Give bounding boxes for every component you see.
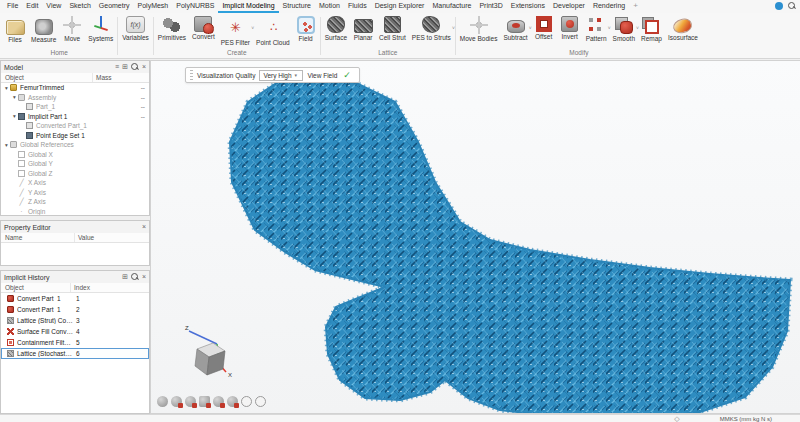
popout-icon[interactable]: ⊞ (122, 273, 128, 281)
ribbon-item-pattern[interactable]: ˅Pattern (583, 14, 610, 42)
ribbon-item-primitives[interactable]: Primitives (155, 14, 189, 41)
ribbon-item-variables[interactable]: f(x)Variables (119, 14, 152, 41)
column-index[interactable]: Index (71, 283, 149, 292)
history-row-convert-part-1[interactable]: Convert Part_11 (1, 293, 149, 304)
ribbon-item-move[interactable]: Move (59, 14, 85, 42)
tree-row-part-1[interactable]: Part_1-- (1, 102, 149, 112)
menu-tab-print3d[interactable]: Print3D (475, 0, 506, 13)
zoom-icon[interactable] (213, 396, 224, 407)
globe-icon[interactable] (241, 396, 252, 407)
tree-row-origin[interactable]: ·Origin (1, 207, 149, 216)
tree-row-y-axis[interactable]: ╱Y Axis (1, 188, 149, 198)
tree-row-femurtrimmed[interactable]: ▾FemurTrimmed-- (1, 83, 149, 93)
orbit-icon[interactable] (157, 396, 168, 407)
list-icon[interactable]: ≡ (115, 63, 119, 71)
tree-row-z-axis[interactable]: ╱Z Axis (1, 197, 149, 207)
close-icon[interactable]: × (142, 273, 146, 281)
ribbon-item-convert[interactable]: Convert (189, 14, 218, 40)
tree-row-assembly[interactable]: ▾Assembly-- (1, 93, 149, 103)
ribbon-item-field[interactable]: Field (293, 14, 319, 42)
expander-icon[interactable]: ▾ (3, 142, 10, 148)
ribbon-item-smooth[interactable]: ˅Smooth (610, 14, 638, 42)
column-name[interactable]: Name (1, 233, 75, 242)
column-mass[interactable]: Mass (93, 73, 149, 82)
expander-icon[interactable]: ▾ (11, 113, 18, 119)
search-icon[interactable] (131, 63, 139, 71)
viewport-3d[interactable]: Visualization Quality Very High ▾ View F… (150, 60, 800, 414)
history-row-lattice-stochastic-point-edg[interactable]: Lattice (Stochastic) Point Edg..6 (1, 348, 149, 359)
tree-row-x-axis[interactable]: ╱X Axis (1, 178, 149, 188)
menu-tab-edit[interactable]: Edit (22, 0, 42, 13)
ribbon-item-pes-to-struts[interactable]: ˅PES to Struts (409, 14, 454, 41)
pan-icon[interactable] (171, 396, 182, 407)
spin-icon[interactable] (227, 396, 238, 407)
menu-tab-developer[interactable]: Developer (549, 0, 589, 13)
search-icon[interactable] (788, 2, 796, 10)
tree-row-global-x[interactable]: Global X (1, 150, 149, 160)
ribbon-item-invert[interactable]: Invert (557, 14, 583, 40)
add-tab-button[interactable]: + (629, 0, 642, 13)
column-value[interactable]: Value (75, 233, 149, 242)
ribbon-item-remap[interactable]: Remap (638, 14, 665, 42)
apply-check-button[interactable]: ✓ (341, 70, 353, 80)
history-row-containment-filter-edge-poin[interactable]: Containment Filter (Edge) Poin..5 (1, 337, 149, 348)
history-row-surface-fill-converted-part-1[interactable]: Surface Fill Converted Part_14 (1, 326, 149, 337)
close-icon[interactable]: × (142, 223, 146, 231)
menu-tab-file[interactable]: File (3, 0, 22, 13)
menu-tab-extensions[interactable]: Extensions (507, 0, 549, 13)
menu-tab-fluids[interactable]: Fluids (344, 0, 371, 13)
ribbon-item-planar[interactable]: Planar (350, 14, 376, 41)
ribbon-item-cell-strut[interactable]: Cell Strut (376, 14, 409, 41)
column-object[interactable]: Object (1, 73, 93, 82)
rotate-view-icon[interactable] (185, 396, 196, 407)
units-indicator[interactable]: MMKS (mm kg N s) (720, 416, 772, 422)
tree-row-global-references[interactable]: ▾Global References (1, 140, 149, 150)
caret-down-icon[interactable]: ˅ (452, 25, 455, 31)
menu-tab-rendering[interactable]: Rendering (589, 0, 629, 13)
menu-tab-design-explorer[interactable]: Design Explorer (371, 0, 429, 13)
ribbon-item-subtract[interactable]: ˅Subtract (500, 14, 530, 41)
triad-icon[interactable] (255, 396, 266, 407)
primitives-icon (162, 16, 181, 33)
ribbon-item-isosurface[interactable]: Isosurface (665, 14, 701, 41)
ribbon-item-surface[interactable]: Surface (322, 14, 350, 41)
close-icon[interactable]: × (142, 63, 146, 71)
toolbar-grip[interactable] (190, 70, 193, 80)
menu-tab-sketch[interactable]: Sketch (65, 0, 94, 13)
account-icon[interactable] (775, 2, 783, 10)
tree-row-global-y[interactable]: Global Y (1, 159, 149, 169)
menu-tab-implicit-modeling[interactable]: Implicit Modeling (218, 0, 278, 13)
menu-tab-view[interactable]: View (42, 0, 65, 13)
history-row-lattice-strut-converted-part-1[interactable]: Lattice (Strut) Converted Part_13 (1, 315, 149, 326)
zoom-window-icon[interactable] (199, 396, 210, 407)
ribbon-group-label: Create (155, 49, 319, 58)
tree-row-point-edge-set-1[interactable]: Point Edge Set 1 (1, 131, 149, 141)
orientation-view-cube[interactable]: Z X (173, 319, 243, 389)
menu-tab-polymesh[interactable]: PolyMesh (134, 0, 173, 13)
popout-icon[interactable]: ⊞ (122, 63, 128, 71)
menu-tab-manufacture[interactable]: Manufacture (428, 0, 475, 13)
application-window: FileEditViewSketchGeometryPolyMeshPolyNU… (0, 0, 800, 422)
ribbon-item-move-bodies[interactable]: Move Bodies (457, 14, 501, 42)
menu-tab-geometry[interactable]: Geometry (95, 0, 134, 13)
ribbon-item-measure[interactable]: Measure (28, 14, 59, 43)
tree-row-converted-part-1[interactable]: Converted Part_1 (1, 121, 149, 131)
ribbon-item-offset[interactable]: Offset (531, 14, 557, 40)
lattice-gray-icon (7, 350, 14, 357)
menu-tab-structure[interactable]: Structure (279, 0, 315, 13)
tree-row-implicit-part-1[interactable]: ▾Implicit Part 1-- (1, 112, 149, 122)
expander-icon[interactable]: ▾ (11, 94, 18, 100)
ribbon-item-point-cloud[interactable]: ∴Point Cloud (253, 14, 293, 46)
menu-tab-polynurbs[interactable]: PolyNURBS (172, 0, 218, 13)
ribbon-item-systems[interactable]: Systems (85, 14, 116, 42)
expander-icon[interactable]: ▾ (3, 85, 10, 91)
quality-dropdown[interactable]: Very High ▾ (259, 70, 303, 81)
ribbon-item-label: Cell Strut (379, 34, 406, 41)
column-object[interactable]: Object (1, 283, 71, 292)
tree-row-global-z[interactable]: Global Z (1, 169, 149, 179)
ribbon-item-files[interactable]: Files (2, 14, 28, 43)
search-icon[interactable] (131, 273, 139, 281)
history-row-convert-part-1[interactable]: Convert Part_12 (1, 304, 149, 315)
menu-tab-motion[interactable]: Motion (315, 0, 344, 13)
ribbon-item-pes-filter[interactable]: ✳˅PES Filter (218, 14, 253, 46)
